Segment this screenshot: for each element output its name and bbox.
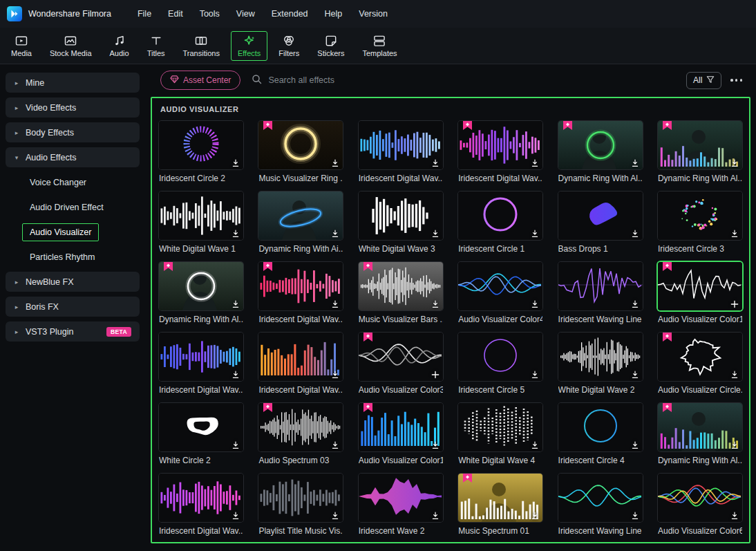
sidebar-item-particles-rhythm[interactable]: Particles Rhythm xyxy=(6,247,140,268)
download-icon[interactable] xyxy=(231,300,240,308)
effect-card[interactable]: Dynamic Ring With Al... xyxy=(558,121,643,183)
menu-view[interactable]: View xyxy=(228,5,263,23)
tool-transitions[interactable]: Transitions xyxy=(176,31,227,61)
download-icon[interactable] xyxy=(730,159,739,167)
download-icon[interactable] xyxy=(231,441,240,449)
effect-thumbnail[interactable] xyxy=(359,474,443,522)
effect-card[interactable]: Iridescent Wave 2 xyxy=(359,474,443,536)
effect-thumbnail[interactable] xyxy=(658,121,742,169)
download-icon[interactable] xyxy=(331,441,339,449)
effect-card[interactable]: Audio Spectrum 03 xyxy=(258,403,343,465)
effect-thumbnail[interactable] xyxy=(258,262,343,310)
effect-card[interactable]: Iridescent Circle 4 xyxy=(558,403,643,465)
tool-stock-media[interactable]: Stock Media xyxy=(43,31,99,61)
effect-thumbnail[interactable] xyxy=(558,121,643,169)
effect-thumbnail[interactable] xyxy=(558,403,643,451)
menu-extended[interactable]: Extended xyxy=(263,5,316,23)
effect-card[interactable]: Audio Visualizer Circle... xyxy=(658,333,742,395)
effect-thumbnail[interactable] xyxy=(258,403,343,451)
effect-thumbnail[interactable] xyxy=(658,192,742,240)
download-icon[interactable] xyxy=(431,230,440,238)
effect-card[interactable]: Iridescent Digital Wav... xyxy=(258,333,343,395)
search-input[interactable] xyxy=(268,75,675,85)
effect-thumbnail[interactable] xyxy=(558,333,643,381)
effect-card[interactable]: Iridescent Circle 3 xyxy=(658,192,742,254)
effect-thumbnail[interactable] xyxy=(159,474,243,522)
download-icon[interactable] xyxy=(331,159,339,167)
effect-card[interactable]: Iridescent Digital Wav... xyxy=(359,121,443,183)
effect-thumbnail[interactable] xyxy=(558,192,643,240)
more-options-button[interactable] xyxy=(730,79,742,81)
effect-card[interactable]: Dynamic Ring With Al... xyxy=(159,262,243,324)
effect-thumbnail[interactable] xyxy=(159,403,243,451)
download-icon[interactable] xyxy=(531,441,539,449)
tool-audio[interactable]: Audio xyxy=(103,31,136,61)
effect-card[interactable]: White Digital Wave 3 xyxy=(359,192,443,254)
download-icon[interactable] xyxy=(331,230,339,238)
effect-thumbnail[interactable] xyxy=(458,121,542,169)
tool-effects[interactable]: Effects xyxy=(231,31,267,61)
effect-card[interactable]: Audio Visualizer Color6 xyxy=(658,474,742,536)
effect-thumbnail[interactable] xyxy=(658,474,742,522)
tool-media[interactable]: Media xyxy=(4,31,39,61)
download-icon[interactable] xyxy=(431,300,440,308)
menu-edit[interactable]: Edit xyxy=(160,5,191,23)
sidebar-item-mine[interactable]: ▸Mine xyxy=(6,73,140,93)
menu-version[interactable]: Version xyxy=(350,5,396,23)
download-icon[interactable] xyxy=(631,230,639,238)
download-icon[interactable] xyxy=(531,159,539,167)
download-icon[interactable] xyxy=(631,441,639,449)
effect-card[interactable]: Dynamic Ring With Al... xyxy=(658,121,742,183)
download-icon[interactable] xyxy=(331,512,339,520)
menu-help[interactable]: Help xyxy=(316,5,351,23)
download-icon[interactable] xyxy=(631,159,639,167)
effect-thumbnail[interactable] xyxy=(159,192,243,240)
download-icon[interactable] xyxy=(730,441,739,449)
sidebar-item-audio-visualizer[interactable]: Audio Visualizer xyxy=(6,222,140,243)
effect-card[interactable]: Audio Visualizer Color10 xyxy=(658,262,742,324)
effect-card[interactable]: Iridescent Digital Wav... xyxy=(159,333,243,395)
effect-thumbnail[interactable] xyxy=(458,192,542,240)
download-icon[interactable] xyxy=(730,230,739,238)
tool-stickers[interactable]: Stickers xyxy=(310,31,351,61)
sidebar-item-audio-effects[interactable]: ▾Audio Effects xyxy=(6,147,140,167)
download-icon[interactable] xyxy=(531,512,539,520)
effect-thumbnail[interactable] xyxy=(359,121,443,169)
effect-card[interactable]: Iridescent Circle 5 xyxy=(458,333,542,395)
effect-thumbnail[interactable] xyxy=(658,403,742,451)
download-icon[interactable] xyxy=(730,512,739,520)
effect-thumbnail[interactable] xyxy=(458,474,542,522)
download-icon[interactable] xyxy=(231,159,240,167)
download-icon[interactable] xyxy=(631,512,639,520)
download-icon[interactable] xyxy=(631,300,639,308)
download-icon[interactable] xyxy=(531,230,539,238)
download-icon[interactable] xyxy=(331,371,339,379)
effect-thumbnail[interactable] xyxy=(359,403,443,451)
effect-card[interactable]: Audio Visualizer Color4 xyxy=(458,262,542,324)
effect-thumbnail[interactable] xyxy=(558,474,643,522)
effect-card[interactable]: Iridescent Digital Wav... xyxy=(258,262,343,324)
sidebar-item-newblue-fx[interactable]: ▸NewBlue FX xyxy=(6,272,140,292)
effect-card[interactable]: Iridescent Circle 1 xyxy=(458,192,542,254)
effect-thumbnail[interactable] xyxy=(359,262,443,310)
effect-card[interactable]: Audio Visualizer Color1 xyxy=(359,403,443,465)
download-icon[interactable] xyxy=(730,371,739,379)
effect-card[interactable]: Dynamic Ring With Ai... xyxy=(258,192,343,254)
effect-card[interactable]: Music Spectrum 01 xyxy=(458,474,542,536)
effect-card[interactable]: Bass Drops 1 xyxy=(558,192,643,254)
effect-card[interactable]: Dynamic Ring With Al... xyxy=(658,403,742,465)
sidebar-item-body-effects[interactable]: ▸Body Effects xyxy=(6,122,140,142)
sidebar-item-boris-fx[interactable]: ▸Boris FX xyxy=(6,297,140,317)
effect-card[interactable]: White Digital Wave 4 xyxy=(458,403,542,465)
effect-card[interactable]: White Digital Wave 1 xyxy=(159,192,243,254)
download-icon[interactable] xyxy=(431,159,440,167)
effect-card[interactable]: Iridescent Waving Line 1 xyxy=(558,262,643,324)
effect-thumbnail[interactable] xyxy=(458,333,542,381)
effect-thumbnail[interactable] xyxy=(558,262,643,310)
effect-card[interactable]: White Digital Wave 2 xyxy=(558,333,643,395)
sidebar-item-audio-driven-effect[interactable]: Audio Driven Effect xyxy=(6,197,140,218)
effect-card[interactable]: White Circle 2 xyxy=(159,403,243,465)
download-icon[interactable] xyxy=(431,441,440,449)
download-icon[interactable] xyxy=(631,371,639,379)
effect-thumbnail[interactable] xyxy=(359,192,443,240)
